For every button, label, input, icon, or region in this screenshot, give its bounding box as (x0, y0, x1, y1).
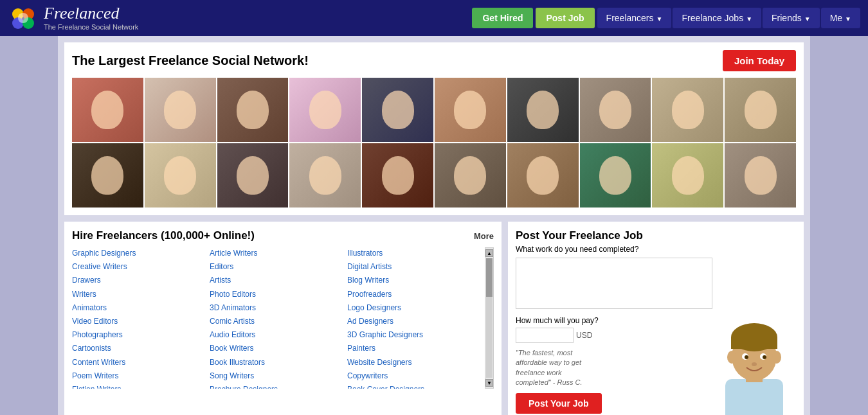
photo-12 (145, 143, 216, 208)
chevron-down-icon: ▼ (804, 15, 811, 22)
get-hired-button[interactable]: Get Hired (472, 8, 533, 28)
chevron-down-icon: ▼ (845, 15, 851, 22)
hire-more-link[interactable]: More (474, 231, 494, 241)
freelancer-list-area: Graphic DesignersCreative WritersDrawers… (72, 247, 494, 389)
testimonial-text: "The fastest, most affordable way to get… (516, 348, 593, 388)
freelancer-link[interactable]: Book Illustrators (210, 357, 347, 369)
main-wrapper: The Largest Freelance Social Network! Jo… (58, 36, 810, 415)
freelancer-link[interactable]: Fiction Writers (72, 384, 210, 389)
post-job-illustration (712, 229, 796, 415)
logo-subtitle: The Freelance Social Network (44, 23, 138, 31)
freelancer-columns: Graphic DesignersCreative WritersDrawers… (72, 247, 485, 389)
freelancer-link[interactable]: 3D Animators (210, 302, 347, 314)
freelancer-link[interactable]: Illustrators (347, 247, 485, 260)
freelancer-link[interactable]: Photographers (72, 329, 210, 341)
freelancer-link[interactable]: Animators (72, 302, 210, 314)
freelancer-link[interactable]: Drawers (72, 274, 210, 287)
svg-point-4 (18, 13, 28, 23)
photo-20 (725, 143, 796, 208)
logo-icon (6, 1, 40, 35)
svg-rect-5 (725, 379, 783, 415)
freelancer-link[interactable]: Copywriters (347, 370, 485, 382)
freelancer-link[interactable]: Painters (347, 342, 485, 355)
freelancer-link[interactable]: Editors (210, 261, 347, 273)
logo-title: Freelanced (44, 5, 138, 22)
freelancer-link[interactable]: Video Editors (72, 315, 210, 328)
pay-label: How much will you pay? (516, 316, 712, 325)
photo-4 (289, 78, 361, 142)
photo-18 (580, 143, 651, 208)
chevron-down-icon: ▼ (656, 15, 663, 22)
freelancer-link[interactable]: Creative Writers (72, 261, 210, 273)
freelancer-link[interactable]: Brochure Designers (210, 384, 347, 389)
pay-amount-input[interactable] (516, 328, 574, 343)
me-menu[interactable]: Me▼ (821, 8, 860, 28)
freelancer-link[interactable]: Photo Editors (210, 288, 347, 301)
photo-8 (580, 78, 651, 142)
freelancer-col-1: Graphic DesignersCreative WritersDrawers… (72, 247, 210, 389)
scroll-up-arrow[interactable]: ▲ (485, 249, 493, 257)
freelancer-col-3: IllustratorsDigital ArtistsBlog WritersP… (347, 247, 485, 389)
freelance-jobs-menu[interactable]: Freelance Jobs▼ (673, 8, 761, 28)
post-job-form: Post Your Freelance Job What work do you… (516, 229, 712, 415)
freelancer-col-2: Article WritersEditorsArtistsPhoto Edito… (210, 247, 347, 389)
scroll-down-arrow[interactable]: ▼ (485, 379, 493, 387)
freelancer-link[interactable]: Book Writers (210, 342, 347, 355)
post-job-title: Post Your Freelance Job (516, 229, 712, 242)
photo-13 (217, 143, 289, 208)
freelancer-link[interactable]: Audio Editors (210, 329, 347, 341)
hire-title: Hire Freelancers (100,000+ Online!) (72, 229, 255, 242)
photo-15 (362, 143, 433, 208)
two-col: Hire Freelancers (100,000+ Online!) More… (64, 222, 804, 415)
freelancers-menu[interactable]: Freelancers▼ (597, 8, 672, 28)
photo-1 (72, 78, 143, 142)
svg-rect-9 (731, 337, 777, 349)
freelancer-link[interactable]: Graphic Designers (72, 247, 210, 260)
svg-point-11 (772, 351, 781, 364)
freelancer-link[interactable]: Writers (72, 288, 210, 301)
freelancer-link[interactable]: Logo Designers (347, 302, 485, 314)
freelancer-link[interactable]: Song Writers (210, 370, 347, 382)
pay-row: USD (516, 328, 712, 343)
freelancer-link[interactable]: Poem Writers (72, 370, 210, 382)
post-job-nav-button[interactable]: Post Job (536, 8, 594, 28)
freelancer-link[interactable]: Artists (210, 274, 347, 287)
svg-point-16 (752, 362, 757, 366)
navbar: Freelanced The Freelance Social Network … (0, 0, 868, 36)
usd-label: USD (576, 331, 592, 340)
freelancer-link[interactable]: Article Writers (210, 247, 347, 260)
freelancer-link[interactable]: 3D Graphic Designers (347, 329, 485, 341)
freelancer-link[interactable]: Comic Artists (210, 315, 347, 328)
post-job-subtitle: What work do you need completed? (516, 245, 712, 254)
photo-11 (72, 143, 143, 208)
svg-point-10 (727, 351, 736, 364)
friends-menu[interactable]: Friends▼ (763, 8, 820, 28)
list-scrollbar[interactable]: ▲ ▼ (485, 247, 494, 389)
photo-6 (435, 78, 506, 142)
scroll-thumb (486, 258, 493, 297)
freelancer-link[interactable]: Book Cover Designers (347, 384, 485, 389)
hero-title: The Largest Freelance Social Network! (72, 53, 309, 68)
freelancer-link[interactable]: Proofreaders (347, 288, 485, 301)
photo-14 (289, 143, 361, 208)
post-job-button[interactable]: Post Your Job (516, 393, 602, 414)
svg-point-15 (763, 355, 766, 359)
photo-grid (72, 78, 796, 208)
job-description-input[interactable] (516, 258, 712, 309)
photo-19 (652, 143, 723, 208)
freelancer-link[interactable]: Ad Designers (347, 315, 485, 328)
photo-9 (652, 78, 723, 142)
freelancer-link[interactable]: Digital Artists (347, 261, 485, 273)
scroll-track (486, 258, 493, 378)
join-today-button[interactable]: Join Today (723, 50, 796, 71)
photo-17 (507, 143, 579, 208)
freelancer-link[interactable]: Blog Writers (347, 274, 485, 287)
logo-area: Freelanced The Freelance Social Network (6, 1, 138, 35)
photo-5 (362, 78, 433, 142)
logo-text-block: Freelanced The Freelance Social Network (44, 5, 138, 31)
freelancer-link[interactable]: Content Writers (72, 357, 210, 369)
freelancer-link[interactable]: Website Designers (347, 357, 485, 369)
hire-header: Hire Freelancers (100,000+ Online!) More (72, 229, 494, 242)
photo-10 (725, 78, 796, 142)
freelancer-link[interactable]: Cartoonists (72, 342, 210, 355)
